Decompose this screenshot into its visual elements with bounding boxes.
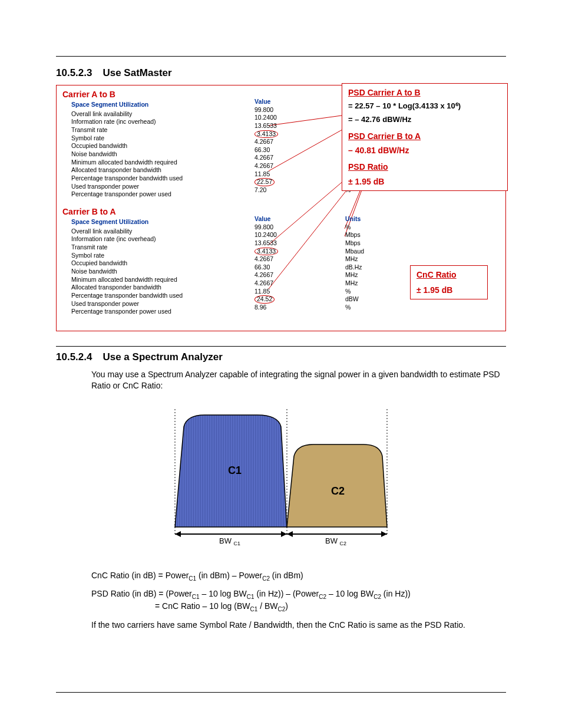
table-row-label: Overall link availability [71, 228, 375, 236]
table-row-value: 13.6533 [254, 122, 296, 130]
table-row-units: dBW [345, 295, 381, 304]
section-title: Use SatMaster [103, 67, 171, 78]
col-value-b: Value [254, 215, 296, 223]
table-row-units: Mbps [345, 231, 381, 239]
heading-spectrum: 10.5.2.4Use a Spectrum Analyzer [56, 351, 506, 363]
table-row-label: Minimum allocated bandwidth required [71, 276, 375, 284]
table-row-label: Symbol rate [71, 134, 375, 143]
section-number: 10.5.2.3 [56, 67, 92, 79]
closing-paragraph: If the two carriers have same Symbol Rat… [91, 620, 506, 631]
svg-marker-14 [175, 531, 181, 537]
psd-equation: PSD Ratio (in dB) = (PowerC1 – 10 log BW… [91, 588, 506, 614]
table-row-value: 99.800 [254, 106, 296, 114]
c1-label: C1 [228, 465, 242, 476]
table-row-value: 3.4133 [254, 248, 296, 256]
table-row-label: Noise bandwidth [71, 150, 375, 159]
table-row-value: 10.2400 [254, 231, 296, 239]
carrier-b-subhead: Space Segment Utilization [71, 218, 375, 226]
heading-satmaster: 10.5.2.3Use SatMaster [56, 67, 506, 79]
cnc-title: CnC Ratio [416, 269, 481, 280]
table-row-value: 13.6533 [254, 239, 296, 248]
carrier-b-value-col: Value 99.80010.240013.65333.41334.266766… [254, 215, 296, 312]
table-row-value: 4.2667 [254, 279, 296, 288]
satmaster-box: Carrier A to B Space Segment Utilization… [56, 85, 506, 331]
carrier-b-block: Carrier B to A Space Segment Utilization… [62, 206, 375, 316]
table-row-units: Mbaud [345, 248, 381, 256]
intro-paragraph: You may use a Spectrum Analyzer capable … [91, 369, 506, 391]
cnc-val: ± 1.95 dB [416, 285, 481, 295]
carrier-a-subhead: Space Segment Utilization [71, 101, 375, 109]
table-row-label: Information rate (inc overhead) [71, 235, 375, 243]
svg-marker-17 [287, 531, 293, 537]
table-row-label: Used transponder power [71, 183, 375, 191]
table-row-label: Information rate (inc overhead) [71, 118, 375, 126]
table-row-value: 3.4133 [254, 130, 296, 139]
svg-marker-15 [281, 531, 287, 537]
table-row-label: Percentage transponder bandwidth used [71, 292, 375, 300]
psd-b-title: PSD Carrier B to A [348, 131, 501, 141]
table-row-value: 4.2667 [254, 154, 296, 162]
table-row-value: 10.2400 [254, 114, 296, 122]
table-row-value: 66.30 [254, 263, 296, 272]
table-row-value: 4.2667 [254, 162, 296, 170]
carrier-a-block: Carrier A to B Space Segment Utilization… [62, 89, 375, 199]
table-row-value: 11.85 [254, 170, 296, 179]
cnc-box: CnC Ratio ± 1.95 dB [410, 265, 488, 299]
table-row-value: 24.52 [254, 295, 296, 304]
table-row-label: Percentage transponder power used [71, 308, 375, 316]
table-row-label: Noise bandwidth [71, 268, 375, 276]
table-row-label: Used transponder power [71, 300, 375, 308]
psd-box: PSD Carrier A to B = 22.57 – 10 * Log(3.… [342, 83, 508, 191]
psd-a-title: PSD Carrier A to B [348, 87, 501, 98]
psd-ratio-title: PSD Ratio [348, 162, 501, 172]
table-row-label: Overall link availability [71, 110, 375, 118]
table-row-label: Allocated transponder bandwidth [71, 284, 375, 292]
cnc-equation: CnC Ratio (in dB) = PowerC1 (in dBm) – P… [91, 570, 506, 582]
table-row-units: MHz [345, 271, 381, 279]
section2-title: Use a Spectrum Analyzer [103, 351, 222, 363]
psd-a-line2: = – 42.76 dBW/Hz [348, 115, 501, 125]
table-row-label: Percentage transponder power used [71, 190, 375, 199]
table-row-label: Percentage transponder bandwidth used [71, 174, 375, 183]
c2-label: C2 [331, 485, 345, 497]
spectrum-svg: C1 C2 BW C1 BW C2 [163, 403, 399, 556]
table-row-units: % [345, 288, 381, 296]
table-row-value: 7.20 [254, 186, 296, 195]
table-row-label: Occupied bandwidth [71, 142, 375, 150]
psd-a-line1: = 22.57 – 10 * Log(3.4133 x 10⁶) [348, 101, 501, 111]
table-row-units: MHz [345, 255, 381, 263]
table-row-label: Transmit rate [71, 126, 375, 134]
table-row-units: dB.Hz [345, 263, 381, 272]
top-rule [56, 56, 506, 57]
table-row-value: 66.30 [254, 146, 296, 154]
section-rule [56, 346, 506, 347]
col-units-b: Units [345, 215, 381, 223]
bottom-rule [56, 692, 506, 693]
table-row-label: Occupied bandwidth [71, 259, 375, 268]
table-row-label: Allocated transponder bandwidth [71, 166, 375, 174]
page: 10.5.2.3Use SatMaster Carrier A to B Spa… [0, 0, 562, 728]
table-row-units: % [345, 223, 381, 232]
table-row-value: 4.2667 [254, 138, 296, 146]
table-row-value: 4.2667 [254, 255, 296, 263]
table-row-value: 4.2667 [254, 271, 296, 279]
svg-marker-18 [381, 531, 387, 537]
spectrum-diagram: C1 C2 BW C1 BW C2 [56, 403, 506, 558]
svg-text:BW C1: BW C1 [219, 536, 240, 546]
carrier-a-title: Carrier A to B [62, 89, 375, 100]
table-row-value: 8.96 [254, 304, 296, 312]
col-value-a: Value [254, 98, 296, 106]
table-row-label: Minimum allocated bandwidth required [71, 159, 375, 167]
section2-number: 10.5.2.4 [56, 351, 92, 363]
table-row-value: 22.57 [254, 178, 296, 186]
psd-b-line: – 40.81 dBW/Hz [348, 145, 501, 156]
svg-text:BW C2: BW C2 [325, 536, 346, 546]
table-row-value: 99.800 [254, 223, 296, 232]
table-row-value: 11.85 [254, 288, 296, 296]
table-row-units: Mbps [345, 239, 381, 248]
table-row-label: Symbol rate [71, 252, 375, 260]
table-row-units: MHz [345, 279, 381, 288]
table-row-label: Transmit rate [71, 243, 375, 252]
carrier-b-units-col: Units %MbpsMbpsMbaudMHzdB.HzMHzMHz%dBW% [345, 215, 381, 312]
table-row-units: % [345, 304, 381, 312]
